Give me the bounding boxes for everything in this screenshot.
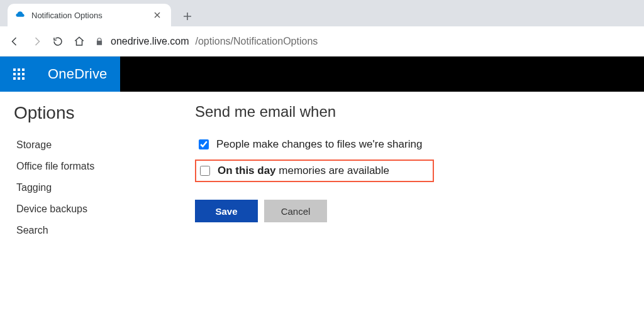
tab-close-button[interactable] [152,10,162,20]
content-area: Options Storage Office file formats Tagg… [0,92,644,314]
svg-rect-2 [22,68,25,71]
sidebar-item-search[interactable]: Search [14,220,162,241]
svg-rect-8 [22,77,25,80]
svg-rect-0 [13,68,16,71]
sidebar-item-office-file-formats[interactable]: Office file formats [14,156,162,177]
checkbox-people-make-changes[interactable] [199,139,209,149]
app-launcher-button[interactable] [0,57,38,92]
lock-icon [94,36,104,46]
sidebar-list: Storage Office file formats Tagging Devi… [14,134,162,241]
forward-button[interactable] [30,35,43,48]
tab-title: Notification Options [31,11,146,20]
save-button[interactable]: Save [195,200,258,222]
onedrive-favicon [15,10,25,20]
option-label: On this day memories are available [218,165,389,177]
sidebar-heading: Options [14,103,162,123]
sidebar-item-tagging[interactable]: Tagging [14,177,162,198]
svg-rect-4 [18,73,20,75]
sidebar: Options Storage Office file formats Tagg… [0,92,176,314]
browser-tab[interactable]: Notification Options [8,4,171,26]
svg-rect-6 [13,77,16,80]
button-row: Save Cancel [195,200,625,222]
new-tab-button[interactable] [177,6,197,26]
option-on-this-day[interactable]: On this day memories are available [195,160,434,182]
sidebar-item-storage[interactable]: Storage [14,134,162,156]
app-header: OneDrive [0,57,644,92]
svg-rect-5 [22,73,25,75]
svg-rect-3 [13,73,16,75]
url-path: /options/NotificationOptions [196,36,318,47]
sidebar-item-device-backups[interactable]: Device backups [14,198,162,220]
option-people-make-changes[interactable]: People make changes to files we're shari… [195,134,625,154]
app-brand[interactable]: OneDrive [38,57,120,92]
checkbox-on-this-day[interactable] [200,166,210,176]
svg-rect-1 [18,68,20,71]
svg-rect-7 [18,77,20,80]
home-button[interactable] [73,35,86,48]
address-bar[interactable]: onedrive.live.com/options/NotificationOp… [94,36,635,47]
reload-button[interactable] [52,35,64,48]
main-panel: Send me email when People make changes t… [176,92,644,314]
cancel-button[interactable]: Cancel [264,200,327,222]
main-heading: Send me email when [195,103,625,121]
back-button[interactable] [9,35,21,48]
url-host: onedrive.live.com [111,36,189,47]
browser-chrome: Notification Options onedrive.live.com/o… [0,0,644,57]
tab-strip: Notification Options [0,0,644,26]
browser-toolbar: onedrive.live.com/options/NotificationOp… [0,26,644,57]
option-label: People make changes to files we're shari… [216,138,422,151]
